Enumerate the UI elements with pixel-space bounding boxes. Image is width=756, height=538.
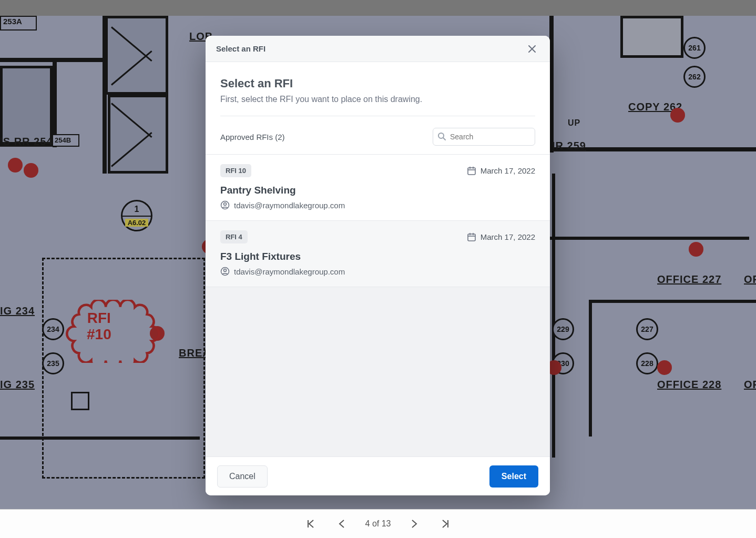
- label-ig-235: IG 235: [0, 379, 35, 391]
- rfi-stamp-text: RFI #10: [87, 310, 111, 343]
- search-icon: [437, 132, 446, 143]
- rfi-list-item[interactable]: RFI 4 March 17, 2022 F3 Light Fixtures t…: [206, 221, 550, 287]
- rfi-assignee: tdavis@raymondlakegroup.com: [220, 267, 535, 276]
- detail-callout: 1 A6.02: [121, 200, 152, 231]
- rfi-badge: RFI 4: [220, 230, 248, 243]
- chevron-left-icon: [337, 519, 348, 529]
- close-button[interactable]: [525, 42, 539, 56]
- label-up: UP: [568, 118, 580, 128]
- app-stage: LOB COPY 262 IR 259 OFFICE 227 OFFICE 22…: [0, 0, 756, 538]
- svg-point-3: [224, 203, 227, 206]
- list-header: Approved RFIs (2): [206, 128, 550, 154]
- modal-footer: Cancel Select: [206, 456, 550, 495]
- tag-229: 229: [552, 318, 574, 340]
- rfi-title: Pantry Shelving: [220, 185, 535, 196]
- tag-261: 261: [683, 37, 706, 59]
- pager-bar: 4 of 13: [0, 509, 756, 538]
- tag-228: 228: [636, 352, 658, 374]
- person-icon: [220, 200, 230, 210]
- label-office-228: OFFICE 228: [657, 379, 721, 391]
- search-wrap: [433, 128, 535, 146]
- first-page-icon: [305, 519, 316, 529]
- divider: [220, 116, 535, 116]
- last-page-icon: [440, 519, 451, 529]
- markup-dot[interactable]: [8, 158, 23, 172]
- rfi-stamp[interactable]: [63, 300, 163, 363]
- first-page-button[interactable]: [302, 515, 319, 532]
- chevron-right-icon: [408, 519, 419, 529]
- modal-header: Select an RFI: [206, 36, 550, 62]
- modal-header-title: Select an RFI: [216, 44, 265, 53]
- rfi-badge: RFI 10: [220, 164, 251, 177]
- person-icon: [220, 267, 230, 276]
- tag-253a: 253A: [0, 16, 37, 31]
- prev-page-button[interactable]: [334, 515, 351, 532]
- rfi-title: F3 Light Fixtures: [220, 251, 535, 262]
- search-input[interactable]: [433, 128, 535, 146]
- label-office-227: OFFICE 227: [657, 273, 721, 286]
- tag-235: 235: [42, 352, 64, 374]
- next-page-button[interactable]: [405, 515, 422, 532]
- label-rr-259: IR 259: [552, 140, 586, 152]
- tag-227: 227: [636, 318, 658, 340]
- markup-dot[interactable]: [24, 163, 38, 178]
- calendar-icon: [467, 166, 476, 176]
- select-button[interactable]: Select: [489, 465, 538, 488]
- tag-254b: 254B: [52, 134, 79, 147]
- label-ig-234: IG 234: [0, 305, 35, 317]
- calendar-icon: [467, 232, 476, 242]
- cancel-button[interactable]: Cancel: [217, 465, 268, 488]
- rfi-date: March 17, 2022: [467, 232, 535, 242]
- rfi-list: RFI 10 March 17, 2022 Pantry Shelving td…: [206, 154, 550, 456]
- label-of-2: OF: [744, 379, 756, 391]
- svg-point-6: [224, 269, 227, 272]
- markup-dot[interactable]: [689, 242, 703, 257]
- close-icon: [528, 45, 536, 53]
- markup-dot[interactable]: [670, 108, 685, 123]
- modal-heading: Select an RFI: [220, 77, 535, 90]
- rfi-list-item[interactable]: RFI 10 March 17, 2022 Pantry Shelving td…: [206, 155, 550, 221]
- tag-234: 234: [42, 318, 64, 340]
- select-rfi-modal: Select an RFI Select an RFI First, selec…: [206, 36, 550, 495]
- svg-rect-1: [468, 168, 475, 175]
- label-srr-254: 'S RR 254: [0, 136, 53, 148]
- approved-count: Approved RFIs (2): [220, 133, 285, 141]
- rfi-assignee: tdavis@raymondlakegroup.com: [220, 200, 535, 210]
- rfi-date: March 17, 2022: [467, 166, 535, 176]
- page-indicator: 4 of 13: [365, 519, 391, 529]
- tag-262: 262: [683, 66, 706, 88]
- modal-body: Select an RFI First, select the RFI you …: [206, 62, 550, 128]
- svg-rect-4: [468, 234, 475, 241]
- label-of-1: OF: [744, 273, 756, 286]
- modal-subheading: First, select the RFI you want to place …: [220, 95, 535, 104]
- last-page-button[interactable]: [437, 515, 454, 532]
- markup-dot[interactable]: [657, 360, 672, 375]
- top-gray-strip: [0, 0, 756, 16]
